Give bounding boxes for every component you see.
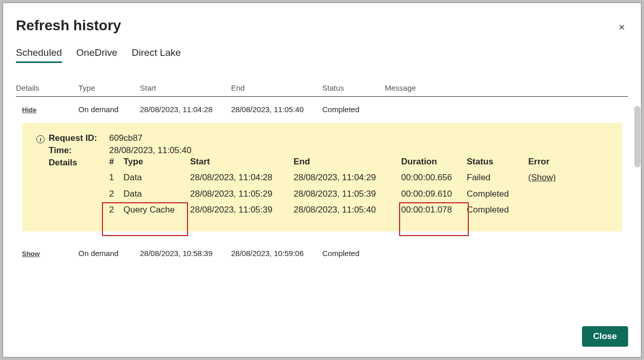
hdr-num: # bbox=[109, 154, 123, 170]
info-icon: i bbox=[36, 135, 45, 143]
hdr-end: End bbox=[294, 154, 401, 170]
refresh-history-dialog: Refresh history ✕ Scheduled OneDrive Dir… bbox=[3, 3, 641, 357]
row-end: 28/08/2023, 11:05:40 bbox=[231, 105, 322, 114]
attempt-row: 2 Data 28/08/2023, 11:05:29 28/08/2023, … bbox=[109, 186, 611, 202]
row-status: Completed bbox=[322, 249, 385, 258]
hdr-status: Status bbox=[467, 154, 528, 170]
request-id-value: 609cb87 bbox=[109, 133, 142, 143]
tab-scheduled[interactable]: Scheduled bbox=[16, 47, 62, 63]
row-type: On demand bbox=[78, 105, 140, 114]
close-button[interactable]: Close bbox=[582, 326, 628, 347]
attempt-duration: 00:00:01.078 bbox=[401, 202, 467, 218]
col-details: Details bbox=[16, 83, 78, 92]
col-type: Type bbox=[78, 83, 140, 92]
attempt-start: 28/08/2023, 11:05:29 bbox=[190, 186, 294, 202]
attempt-duration: 00:00:09.610 bbox=[401, 186, 467, 202]
attempt-status: Completed bbox=[467, 186, 528, 202]
history-table-header: Details Type Start End Status Message bbox=[16, 83, 628, 97]
row-end: 28/08/2023, 10:59:06 bbox=[231, 249, 322, 258]
attempt-type: Query Cache bbox=[123, 202, 190, 218]
attempt-num: 1 bbox=[109, 170, 123, 185]
row-type: On demand bbox=[78, 249, 140, 258]
attempt-duration: 00:00:00.656 bbox=[401, 170, 467, 185]
dialog-footer: Close bbox=[582, 326, 628, 347]
attempt-end: 28/08/2023, 11:05:40 bbox=[294, 202, 401, 218]
details-panel: i Request ID: 609cb87 Time: 28/08/2023, … bbox=[22, 123, 622, 231]
attempt-type: Data bbox=[123, 170, 190, 185]
col-status: Status bbox=[322, 83, 385, 92]
tab-bar: Scheduled OneDrive Direct Lake bbox=[16, 47, 628, 63]
attempt-row: 1 Data 28/08/2023, 11:04:28 28/08/2023, … bbox=[109, 170, 611, 185]
attempt-num: 2 bbox=[109, 186, 123, 202]
hdr-duration: Duration bbox=[401, 154, 467, 170]
hdr-start: Start bbox=[190, 154, 294, 170]
dialog-title: Refresh history bbox=[16, 17, 628, 34]
close-icon[interactable]: ✕ bbox=[616, 23, 627, 33]
details-label: Details bbox=[49, 158, 109, 168]
hdr-type: Type bbox=[123, 154, 190, 170]
show-error-link[interactable]: (Show) bbox=[528, 170, 564, 185]
tab-onedrive[interactable]: OneDrive bbox=[76, 47, 117, 63]
attempt-status: Completed bbox=[467, 202, 528, 218]
attempt-num: 2 bbox=[109, 202, 123, 218]
time-label: Time: bbox=[49, 145, 109, 156]
attempt-row: 2 Query Cache 28/08/2023, 11:05:39 28/08… bbox=[109, 202, 611, 218]
attempt-type: Data bbox=[123, 186, 190, 202]
attempt-status: Failed bbox=[467, 170, 528, 185]
attempt-start: 28/08/2023, 11:05:39 bbox=[190, 202, 294, 218]
col-message: Message bbox=[385, 83, 628, 92]
attempt-start: 28/08/2023, 11:04:28 bbox=[190, 170, 294, 185]
scrollbar-thumb[interactable] bbox=[634, 106, 640, 167]
col-start: Start bbox=[140, 83, 231, 92]
hdr-error: Error bbox=[528, 154, 564, 170]
row-start: 28/08/2023, 10:58:39 bbox=[140, 249, 231, 258]
table-row: Show On demand 28/08/2023, 10:58:39 28/0… bbox=[16, 241, 628, 263]
col-end: End bbox=[231, 83, 322, 92]
attempt-header: # Type Start End Duration Status Error bbox=[109, 154, 611, 170]
row-start: 28/08/2023, 11:04:28 bbox=[140, 105, 231, 114]
attempt-end: 28/08/2023, 11:05:39 bbox=[294, 186, 401, 202]
history-table-body: Hide On demand 28/08/2023, 11:04:28 28/0… bbox=[16, 97, 628, 310]
row-status: Completed bbox=[322, 105, 385, 114]
table-row: Hide On demand 28/08/2023, 11:04:28 28/0… bbox=[16, 97, 628, 119]
hide-toggle-link[interactable]: Hide bbox=[16, 106, 36, 114]
show-toggle-link[interactable]: Show bbox=[16, 250, 40, 258]
request-id-label: Request ID: bbox=[49, 133, 109, 143]
attempt-end: 28/08/2023, 11:04:29 bbox=[294, 170, 401, 185]
tab-direct-lake[interactable]: Direct Lake bbox=[132, 47, 181, 63]
